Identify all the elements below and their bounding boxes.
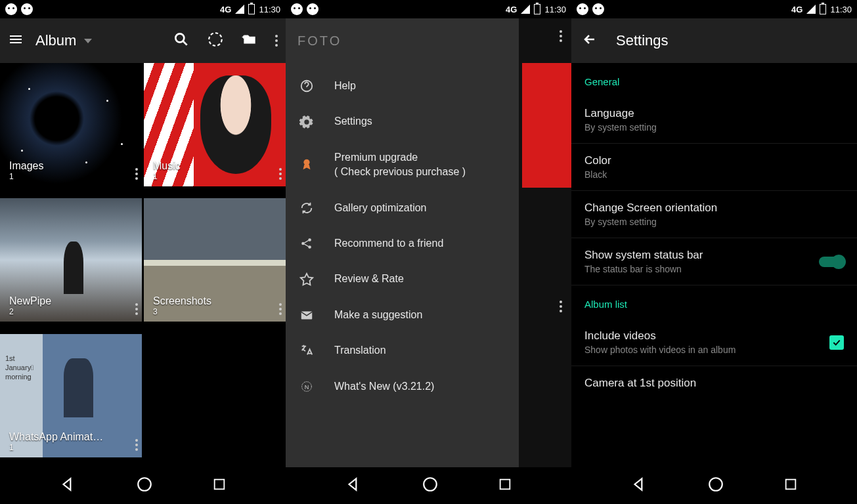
signal-icon — [806, 5, 816, 14]
gear-icon — [299, 115, 315, 129]
signal-icon — [521, 5, 530, 14]
translate-icon — [299, 343, 315, 358]
recent-button[interactable] — [783, 477, 798, 494]
home-button[interactable] — [422, 476, 439, 495]
notif-icon — [577, 3, 588, 15]
phone-settings-view: 4G11:30 Settings General LanguageBy syst… — [571, 0, 857, 504]
app-logo: FOTO — [297, 33, 341, 49]
svg-point-6 — [301, 242, 305, 245]
album-screenshots[interactable]: Screenshots3 — [144, 198, 286, 322]
phone-drawer-view: 4G11:30 FOTO Help Settings Premium upgra… — [286, 0, 571, 504]
sync-icon — [299, 201, 315, 215]
drawer-item-optimize[interactable]: Gallery optimization — [286, 190, 519, 226]
phone-album-view: 4G 11:30 Album — [0, 0, 286, 504]
setting-color[interactable]: ColorBlack — [571, 144, 857, 191]
drawer-item-review[interactable]: Review & Rate — [286, 261, 519, 297]
more-icon[interactable] — [560, 30, 562, 42]
status-bar: 4G11:30 — [571, 0, 857, 18]
setting-language[interactable]: LanguageBy system setting — [571, 96, 857, 144]
clock: 11:30 — [830, 5, 852, 14]
mail-icon — [299, 308, 315, 322]
album-count: 3 — [153, 307, 211, 316]
settings-list[interactable]: General LanguageBy system setting ColorB… — [571, 63, 857, 467]
status-bar: 4G 11:30 — [0, 0, 286, 18]
setting-orientation[interactable]: Change Screen orientationBy system setti… — [571, 191, 857, 238]
drawer-label: Gallery optimization — [334, 201, 506, 215]
svg-point-2 — [138, 478, 151, 491]
setting-sub: The status bar is shown — [584, 264, 819, 274]
setting-statusbar[interactable]: Show system status barThe status bar is … — [571, 238, 857, 285]
setting-title: Include videos — [584, 329, 829, 343]
album-name: WhatsApp Animat… — [9, 431, 103, 443]
drawer-item-whatsnew[interactable]: N What's New (v3.21.2) — [286, 369, 519, 404]
network-label: 4G — [791, 5, 802, 14]
more-icon[interactable] — [275, 35, 278, 47]
nav-bar — [0, 467, 286, 504]
svg-rect-3 — [214, 480, 224, 490]
home-button[interactable] — [136, 476, 153, 495]
recent-button[interactable] — [212, 477, 227, 494]
setting-videos[interactable]: Include videosShow photos with videos in… — [571, 319, 857, 366]
battery-icon — [248, 4, 255, 14]
setting-sub: Black — [584, 169, 844, 180]
back-button[interactable] — [345, 476, 362, 495]
home-button[interactable] — [707, 476, 724, 495]
section-general: General — [571, 63, 857, 96]
album-more-icon[interactable] — [135, 168, 138, 180]
hamburger-icon[interactable] — [8, 32, 24, 50]
share-icon — [299, 236, 315, 251]
network-label: 4G — [506, 5, 517, 14]
setting-title: Show system status bar — [584, 249, 819, 262]
drawer-label: Recommend to a friend — [334, 236, 506, 251]
album-images[interactable]: Images1 — [0, 63, 142, 186]
album-more-icon[interactable] — [135, 439, 138, 451]
svg-point-12 — [424, 478, 437, 491]
toolbar: Album — [0, 18, 286, 63]
drawer-label: Make a suggestion — [334, 308, 506, 322]
search-icon[interactable] — [173, 31, 190, 51]
album-more-icon[interactable] — [279, 168, 282, 180]
back-arrow-icon[interactable] — [582, 32, 598, 50]
drawer-item-help[interactable]: Help — [286, 68, 519, 104]
album-more-icon[interactable] — [135, 303, 138, 315]
status-bar: 4G11:30 — [286, 0, 571, 18]
drawer-item-recommend[interactable]: Recommend to a friend — [286, 226, 519, 261]
setting-camera-first[interactable]: Camera at 1st position — [571, 366, 857, 402]
help-icon — [299, 79, 315, 93]
album-more-icon[interactable] — [279, 303, 282, 315]
recent-button[interactable] — [498, 477, 512, 494]
loading-ring-icon[interactable] — [207, 31, 224, 51]
back-button[interactable] — [59, 476, 76, 495]
drawer-item-suggest[interactable]: Make a suggestion — [286, 297, 519, 333]
signal-icon — [235, 5, 244, 14]
clock: 11:30 — [544, 5, 566, 14]
battery-icon — [820, 4, 826, 14]
more-icon[interactable] — [560, 301, 562, 312]
star-icon — [299, 272, 315, 287]
drawer-item-premium[interactable]: Premium upgrade ( Check previous purchas… — [286, 140, 519, 190]
toolbar-title-dropdown[interactable]: Album — [35, 32, 173, 49]
setting-sub: By system setting — [584, 122, 844, 133]
album-name: Images — [9, 160, 43, 172]
notif-icon — [5, 3, 17, 15]
settings-title: Settings — [616, 32, 669, 49]
add-folder-icon[interactable] — [241, 31, 258, 51]
album-count: 1 — [9, 172, 43, 181]
drawer-item-settings[interactable]: Settings — [286, 104, 519, 139]
drawer-header: FOTO — [286, 18, 519, 63]
album-name: Screenshots — [153, 295, 211, 307]
drawer-label: Premium upgrade ( Check previous purchas… — [334, 150, 506, 180]
toggle-switch[interactable] — [819, 257, 844, 267]
svg-text:N: N — [305, 383, 309, 390]
album-count: 1 — [153, 172, 181, 181]
back-button[interactable] — [630, 476, 648, 495]
album-music[interactable]: Music1 — [144, 63, 286, 186]
setting-sub: By system setting — [584, 217, 844, 227]
drawer-item-translate[interactable]: Translation — [286, 333, 519, 368]
album-whatsapp[interactable]: WhatsApp Animat…1 — [0, 334, 142, 457]
album-newpipe[interactable]: NewPipe2 — [0, 198, 142, 322]
section-albumlist: Album list — [571, 285, 857, 319]
checkbox[interactable] — [829, 335, 844, 350]
album-grid: Images1 Music1 NewPipe2 Screenshots3 Wha… — [0, 63, 286, 467]
nav-bar — [571, 467, 857, 504]
